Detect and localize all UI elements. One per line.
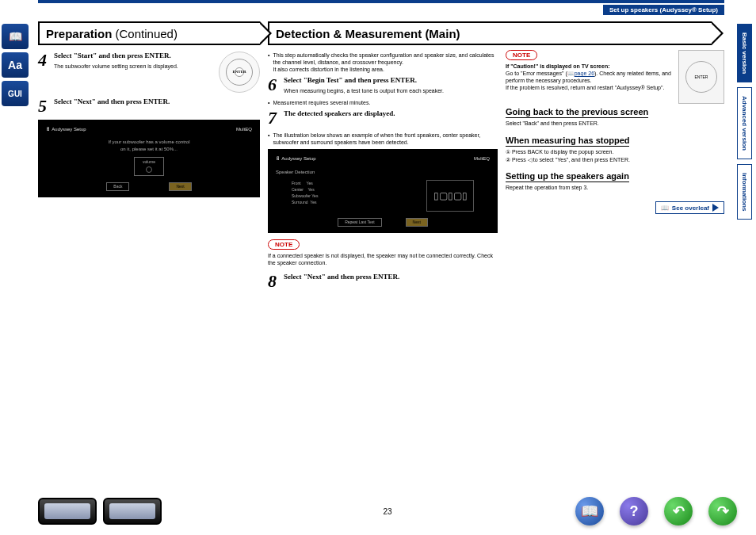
step4-text: ENTER Select "Start" and then press ENTE… (54, 52, 260, 93)
note-badge: NOTE (506, 50, 537, 60)
note-badge: NOTE (268, 239, 300, 250)
note-text: If a connected speaker is not displayed,… (268, 252, 498, 266)
step-number: 5 (38, 97, 49, 115)
tab-informations[interactable]: Informations (737, 164, 752, 220)
step8-text: Select "Next" and then press ENTER. (284, 273, 498, 290)
tv-screen-subwoofer: 🎚 Audyssey SetupMultEQ If your subwoofer… (38, 120, 260, 197)
remote-icon: ENTER (219, 52, 260, 93)
step6-text: Select "Begin Test" and then press ENTER… (284, 76, 498, 94)
remote-full-icon: ENTER (678, 50, 724, 104)
page-26-link[interactable]: page 26 (575, 71, 594, 76)
tv-screen-detection: 🎚 Audyssey SetupMultEQ Speaker Detection… (268, 149, 498, 233)
nav-forward-icon[interactable]: ↷ (708, 497, 737, 525)
illustration-bullet: The illustration below shows an example … (268, 132, 498, 146)
tab-basic-version[interactable]: Basic version (737, 24, 752, 82)
step-number: 7 (268, 109, 279, 127)
subhead-measuring-stopped: When measuring has stopped (506, 136, 629, 147)
subhead-setting-up-again: Setting up the speakers again (506, 171, 629, 182)
nav-help-icon[interactable]: ? (620, 497, 648, 525)
step-number: 6 (268, 76, 279, 94)
speaker-diagram-icon: ▯▢▯▢▯ (426, 180, 474, 212)
nav-book-icon[interactable]: 📖 (575, 497, 604, 525)
step7-text: The detected speakers are displayed. (284, 109, 498, 127)
left-sidebar-tabs: 📖 Aa GUI (2, 24, 32, 109)
device-thumbnail-1[interactable] (38, 498, 97, 525)
screen-next-button: Next (169, 182, 191, 191)
measurement-bullet: Measurement requires several minutes. (268, 99, 498, 106)
section-head-detection: Detection & Measurement (Main) (268, 21, 712, 45)
measuring-stopped-text: ① Press BACK to display the popup screen… (506, 148, 724, 164)
device-thumbnail-2[interactable] (103, 498, 162, 525)
section-head-preparation: Preparation (Continued) (38, 21, 260, 45)
setting-up-again-text: Repeat the operation from step 3. (506, 184, 724, 192)
footer: 23 📖 ? ↶ ↷ (38, 497, 737, 525)
going-back-text: Select "Back" and then press ENTER. (506, 120, 724, 128)
page-number: 23 (383, 507, 391, 516)
header-chapter-tag: Set up speakers (Audyssey® Setup) (603, 5, 724, 15)
tab-book-icon[interactable]: 📖 (2, 24, 29, 49)
tab-advanced-version[interactable]: Advanced version (737, 87, 752, 159)
nav-back-icon[interactable]: ↶ (664, 497, 693, 525)
step-number: 8 (268, 273, 279, 290)
intro-bullet: This step automatically checks the speak… (268, 52, 498, 73)
step5-text: Select "Next" and then press ENTER. (54, 97, 260, 115)
screen-repeat-button: Repeat Last Test (338, 218, 381, 227)
screen-next-button: Next (406, 218, 428, 227)
subhead-going-back: Going back to the previous screen (506, 107, 648, 118)
right-sidebar-tabs: Basic version Advanced version Informati… (737, 24, 753, 224)
screen-back-button: Back (106, 182, 129, 191)
tab-aa-icon[interactable]: Aa (2, 52, 29, 78)
tab-gui-icon[interactable]: GUI (2, 81, 29, 106)
step-number: 4 (38, 52, 49, 93)
see-overleaf-link[interactable]: 📖 See overleaf (655, 201, 724, 214)
